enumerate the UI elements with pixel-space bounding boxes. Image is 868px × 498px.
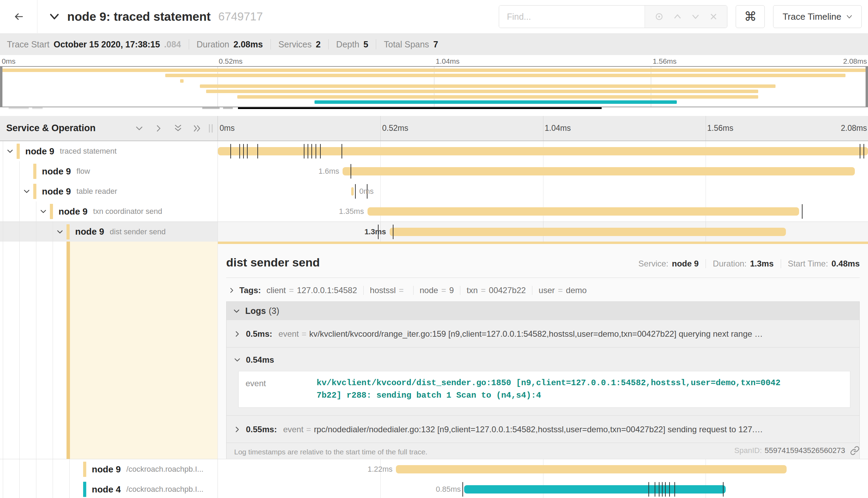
span-timeline-cell[interactable]: 1.6ms xyxy=(218,161,868,181)
divider xyxy=(363,286,364,295)
find-prev-icon[interactable] xyxy=(673,12,682,21)
minimap-scrubber-handle[interactable] xyxy=(866,67,868,107)
span-row[interactable]: node 9flow1.6ms xyxy=(0,161,868,181)
equals-sign: = xyxy=(306,425,311,434)
span-name-cell[interactable]: node 9traced statement xyxy=(0,141,218,161)
tag-value: demo xyxy=(566,286,587,295)
span-name-cell[interactable]: node 9/cockroach.roachpb.I... xyxy=(0,459,218,479)
trace-id: 6749717 xyxy=(218,10,263,23)
minimap-canvas[interactable] xyxy=(0,66,868,107)
summary-label: Depth xyxy=(336,39,360,49)
log-marker-tick xyxy=(674,482,675,497)
service-name: node 4 xyxy=(92,484,121,495)
deep-link-icon[interactable] xyxy=(850,446,860,455)
span-bar[interactable] xyxy=(396,465,787,473)
timeline-ruler: 0ms0.52ms1.04ms1.56ms2.08ms xyxy=(218,116,868,141)
find-input[interactable] xyxy=(499,6,645,28)
tree-guide-line xyxy=(3,161,3,181)
summary-value: 2.08ms xyxy=(233,39,263,49)
span-detail-row: dist sender send Service:node 9Duration:… xyxy=(0,242,868,459)
expand-chevron-icon[interactable] xyxy=(3,147,17,155)
find-group xyxy=(499,5,727,28)
service-name: node 9 xyxy=(25,146,54,157)
span-name-cell[interactable]: node 9dist sender send xyxy=(0,222,218,242)
detail-meta-value: 1.3ms xyxy=(750,259,774,269)
divider xyxy=(328,39,329,49)
span-bar[interactable] xyxy=(367,207,799,216)
tag-key: client xyxy=(266,286,286,295)
expand-chevron-icon[interactable] xyxy=(53,228,67,236)
span-name-cell[interactable]: node 9txn coordinator send xyxy=(0,201,218,221)
span-name-cell[interactable]: node 4/cockroach.roachpb.I... xyxy=(0,479,218,498)
span-bar[interactable] xyxy=(390,228,786,236)
log-entry[interactable]: 0.54mseventkv/kvclient/kvcoord/dist_send… xyxy=(227,347,859,415)
span-detail-title: dist sender send xyxy=(226,256,320,269)
summary-label: Duration xyxy=(197,39,230,49)
service-name: node 9 xyxy=(42,166,71,177)
detail-meta-value: node 9 xyxy=(672,259,699,269)
log-marker-tick xyxy=(659,482,659,497)
expand-one-level-icon[interactable] xyxy=(154,124,163,133)
span-row[interactable]: node 9/cockroach.roachpb.I...1.22ms xyxy=(0,459,868,479)
log-entry-header[interactable]: 0.54ms xyxy=(233,355,852,365)
tree-guide-line xyxy=(19,201,20,221)
log-marker-tick xyxy=(304,144,304,159)
span-bar[interactable] xyxy=(464,485,726,494)
log-entry[interactable]: 0.55ms:event=rpc/nodedialer/nodedialer.g… xyxy=(227,415,859,443)
tag-key: txn xyxy=(467,286,478,295)
span-timeline-cell[interactable]: 1.22ms xyxy=(218,459,868,479)
tags-accordion[interactable]: Tags: client=127.0.0.1:54582hostssl=node… xyxy=(226,286,860,295)
minimap-scrubber-handle[interactable] xyxy=(0,67,2,107)
log-field-value: kv/kvclient/kvcoord/dist_sender.go:1850 … xyxy=(317,377,781,402)
span-timeline-cell[interactable] xyxy=(218,141,868,161)
span-accent-bar xyxy=(67,242,70,459)
minimap-scrollbar[interactable] xyxy=(0,107,868,110)
span-timeline-cell[interactable]: 1.35ms xyxy=(218,201,868,221)
column-resizer-handle[interactable] xyxy=(209,124,213,133)
span-timeline-cell[interactable]: 0.85ms xyxy=(218,479,868,498)
expand-chevron-icon[interactable] xyxy=(37,208,50,215)
locate-span-icon[interactable] xyxy=(654,12,664,21)
detail-meta-value: 0.48ms xyxy=(832,259,860,269)
span-row[interactable]: node 9table reader0ms xyxy=(0,181,868,201)
chevron-down-icon xyxy=(233,356,241,364)
minimap-span-bar xyxy=(1,69,867,72)
span-timeline-cell[interactable]: 1.3ms xyxy=(218,222,868,242)
clear-find-icon[interactable] xyxy=(709,12,718,21)
service-operation-header: Service & Operation xyxy=(0,116,218,141)
collapse-all-icon[interactable] xyxy=(174,124,183,133)
tree-guide-line xyxy=(3,201,3,221)
keyboard-shortcuts-button[interactable]: ⌘ xyxy=(736,5,765,28)
log-entry-header[interactable]: 0.5ms:event=kv/kvclient/kvcoord/range_it… xyxy=(233,329,852,339)
span-bar[interactable] xyxy=(343,167,855,175)
collapse-trace-chevron-icon[interactable] xyxy=(49,13,60,20)
trace-view-dropdown[interactable]: Trace Timeline xyxy=(773,5,862,28)
span-duration-label: 1.6ms xyxy=(318,167,339,176)
span-detail-indent xyxy=(0,242,218,459)
service-operation-title: Service & Operation xyxy=(6,123,96,134)
span-timeline-cell[interactable]: 0ms xyxy=(218,181,868,201)
logs-header[interactable]: Logs (3) xyxy=(227,302,859,320)
span-row[interactable]: node 4/cockroach.roachpb.I...0.85ms xyxy=(0,479,868,498)
tree-guide-line xyxy=(53,479,53,498)
span-bar[interactable] xyxy=(351,187,354,196)
equals-sign: = xyxy=(302,329,307,339)
detail-meta-label: Duration: xyxy=(713,259,746,269)
expand-all-icon[interactable] xyxy=(193,124,202,133)
collapse-one-level-icon[interactable] xyxy=(135,124,144,133)
minimap-span-bar xyxy=(315,100,677,104)
minimap-scroll-thumb[interactable] xyxy=(238,107,602,109)
span-name-cell[interactable]: node 9table reader xyxy=(0,181,218,201)
back-button[interactable] xyxy=(0,0,37,33)
span-name-cell[interactable]: node 9flow xyxy=(0,161,218,181)
log-entry[interactable]: 0.5ms:event=kv/kvclient/kvcoord/range_it… xyxy=(227,320,859,347)
expand-chevron-icon[interactable] xyxy=(20,188,33,195)
span-row[interactable]: node 9dist sender send1.3ms xyxy=(0,221,868,242)
find-next-icon[interactable] xyxy=(691,12,700,21)
operation-name: table reader xyxy=(77,187,117,196)
log-entry-header[interactable]: 0.55ms:event=rpc/nodedialer/nodedialer.g… xyxy=(233,425,852,434)
log-marker-tick xyxy=(863,144,864,159)
summary-item: Total Spans7 xyxy=(384,39,438,49)
span-row[interactable]: node 9txn coordinator send1.35ms xyxy=(0,201,868,221)
span-row[interactable]: node 9traced statement xyxy=(0,141,868,161)
